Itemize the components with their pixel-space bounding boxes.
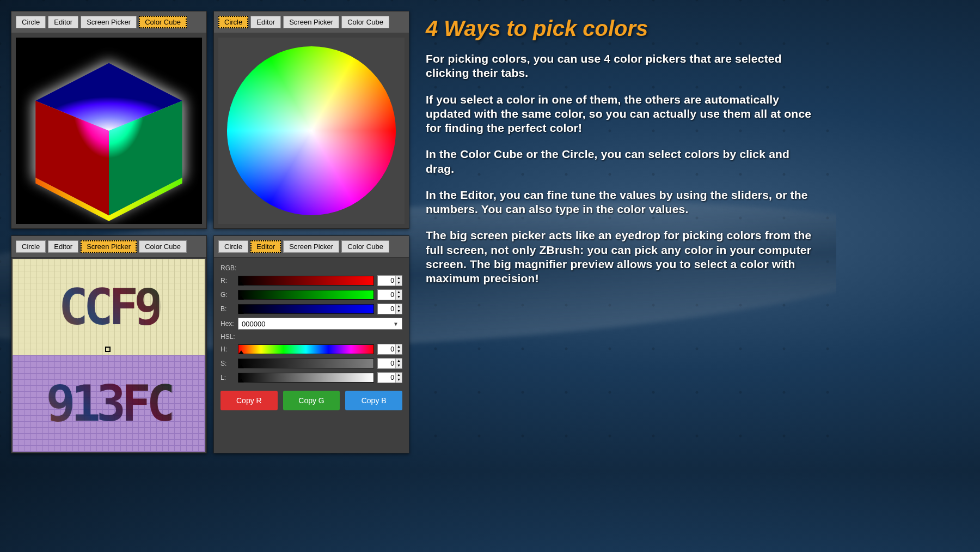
chevron-up-icon[interactable]: ▲ — [395, 373, 402, 378]
panel-color-cube: Circle Editor Screen Picker Color Cube — [11, 11, 207, 229]
paragraph-3: In the Color Cube or the Circle, you can… — [426, 147, 814, 176]
chevron-down-icon[interactable]: ▼ — [395, 363, 402, 368]
tab-screen-picker[interactable]: Screen Picker — [81, 16, 137, 28]
tab-screen-picker[interactable]: Screen Picker — [283, 240, 339, 253]
h-slider[interactable] — [238, 344, 374, 354]
tab-editor[interactable]: Editor — [48, 16, 78, 28]
paragraph-2: If you select a color in one of them, th… — [426, 93, 814, 136]
copy-g-button[interactable]: Copy G — [283, 391, 340, 410]
paragraph-1: For picking colors, you can use 4 color … — [426, 52, 814, 81]
slider-thumb-icon — [238, 310, 244, 314]
description-column: 4 Ways to pick colors For picking colors… — [420, 11, 825, 453]
h-label: H: — [220, 345, 235, 353]
paragraph-5: The big screen picker acts like an eyedr… — [426, 228, 814, 286]
chevron-up-icon[interactable]: ▲ — [395, 304, 402, 309]
r-spinner[interactable]: 0 ▲▼ — [377, 275, 402, 286]
editor-body: RGB: R: 0 ▲▼ G: 0 ▲▼ — [214, 258, 409, 453]
s-label: S: — [220, 360, 235, 367]
slider-thumb-icon — [238, 365, 244, 368]
picker-cursor-icon — [105, 347, 111, 352]
tab-circle[interactable]: Circle — [16, 16, 46, 28]
chevron-down-icon[interactable]: ▼ — [393, 321, 399, 327]
l-value: 0 — [378, 374, 395, 381]
magnifier-preview[interactable]: CCF9 913FC — [13, 259, 205, 452]
tab-color-cube[interactable]: Color Cube — [341, 16, 389, 28]
chevron-down-icon[interactable]: ▼ — [395, 378, 402, 383]
tab-editor[interactable]: Editor — [250, 16, 281, 28]
tab-circle[interactable]: Circle — [218, 240, 248, 253]
slider-thumb-icon — [238, 350, 244, 354]
r-label: R: — [220, 277, 235, 284]
l-slider[interactable] — [238, 373, 374, 383]
g-slider[interactable] — [238, 290, 374, 300]
hsl-section-label: HSL: — [220, 333, 402, 341]
rgb-section-label: RGB: — [220, 264, 402, 272]
s-spinner[interactable]: 0 ▲▼ — [377, 358, 402, 369]
magnified-text-top: CCF9 — [59, 278, 160, 336]
b-spinner[interactable]: 0 ▲▼ — [377, 304, 402, 314]
panel-editor: Circle Editor Screen Picker Color Cube R… — [213, 235, 409, 453]
h-value: 0 — [378, 345, 395, 353]
chevron-up-icon[interactable]: ▲ — [395, 290, 402, 295]
slider-thumb-icon — [238, 282, 244, 286]
hex-input[interactable]: 000000 ▼ — [238, 318, 402, 330]
tab-color-cube[interactable]: Color Cube — [341, 240, 389, 253]
panel-grid: Circle Editor Screen Picker Color Cube — [11, 11, 409, 453]
slider-thumb-icon — [238, 296, 244, 300]
tab-circle[interactable]: Circle — [16, 240, 46, 253]
circle-body — [214, 33, 409, 228]
copy-b-button[interactable]: Copy B — [345, 391, 402, 410]
l-label: L: — [220, 374, 235, 381]
tab-color-cube[interactable]: Color Cube — [139, 16, 187, 28]
color-cube-body — [11, 33, 206, 228]
chevron-down-icon[interactable]: ▼ — [395, 309, 402, 314]
panel-screen-picker: Circle Editor Screen Picker Color Cube C… — [11, 235, 207, 453]
color-wheel[interactable] — [227, 46, 396, 215]
g-value: 0 — [378, 291, 395, 299]
cube-icon — [16, 38, 202, 224]
chevron-up-icon[interactable]: ▲ — [395, 359, 402, 363]
s-value: 0 — [378, 360, 395, 367]
paragraph-4: In the Editor, you can fine tune the val… — [426, 188, 814, 217]
hex-value: 000000 — [242, 320, 265, 328]
tab-bar: Circle Editor Screen Picker Color Cube — [11, 236, 206, 258]
g-label: G: — [220, 291, 235, 299]
g-spinner[interactable]: 0 ▲▼ — [377, 289, 402, 300]
hex-label: Hex: — [220, 320, 235, 327]
s-slider[interactable] — [238, 359, 374, 368]
screen-picker-body: CCF9 913FC — [11, 258, 206, 453]
tab-circle[interactable]: Circle — [218, 16, 248, 28]
tab-screen-picker[interactable]: Screen Picker — [283, 16, 339, 28]
headline: 4 Ways to pick colors — [426, 16, 814, 41]
r-slider[interactable] — [238, 276, 374, 286]
r-value: 0 — [378, 277, 395, 284]
chevron-up-icon[interactable]: ▲ — [395, 344, 402, 349]
tab-editor[interactable]: Editor — [48, 240, 78, 253]
b-label: B: — [220, 305, 235, 313]
chevron-down-icon[interactable]: ▼ — [395, 281, 402, 286]
copy-r-button[interactable]: Copy R — [220, 391, 278, 410]
chevron-up-icon[interactable]: ▲ — [395, 276, 402, 281]
tab-color-cube[interactable]: Color Cube — [139, 240, 187, 253]
wheel-marker-icon — [308, 127, 315, 135]
tab-bar: Circle Editor Screen Picker Color Cube — [214, 236, 409, 258]
b-slider[interactable] — [238, 304, 374, 314]
tab-editor[interactable]: Editor — [250, 240, 281, 253]
tab-screen-picker[interactable]: Screen Picker — [81, 240, 137, 253]
panel-circle: Circle Editor Screen Picker Color Cube — [213, 11, 409, 229]
h-spinner[interactable]: 0 ▲▼ — [377, 344, 402, 355]
chevron-down-icon[interactable]: ▼ — [395, 295, 402, 300]
tab-bar: Circle Editor Screen Picker Color Cube — [11, 11, 206, 33]
tab-bar: Circle Editor Screen Picker Color Cube — [214, 11, 409, 33]
color-cube-canvas[interactable] — [16, 38, 202, 224]
b-value: 0 — [378, 305, 395, 313]
chevron-down-icon[interactable]: ▼ — [395, 349, 402, 354]
slider-thumb-icon — [238, 379, 244, 383]
l-spinner[interactable]: 0 ▲▼ — [377, 372, 402, 383]
magnified-text-bottom: 913FC — [46, 375, 172, 432]
